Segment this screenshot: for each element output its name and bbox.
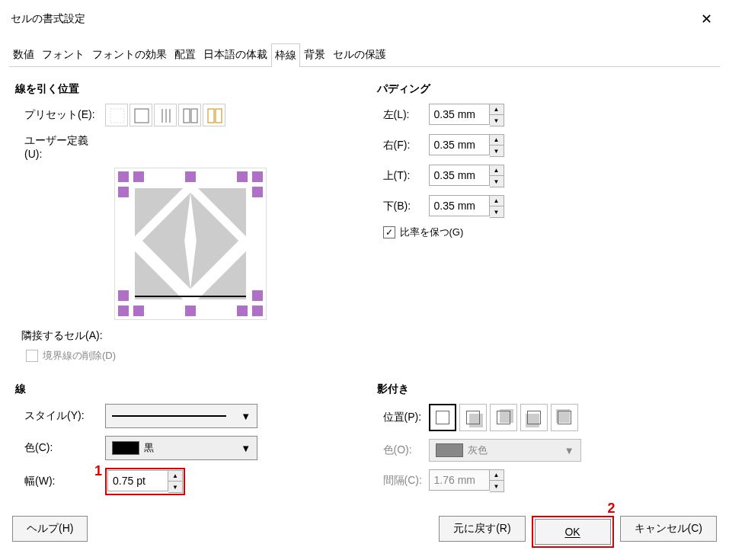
tab-font-effects[interactable]: フォントの効果	[88, 43, 171, 66]
style-line-preview	[112, 415, 226, 417]
style-label: スタイル(Y):	[15, 409, 99, 423]
shadow-bl[interactable]	[520, 404, 548, 431]
pad-bottom-label: 下(B):	[377, 200, 423, 213]
spin-up-icon[interactable]: ▲	[490, 165, 504, 176]
line-position-head: 線を引く位置	[15, 82, 353, 96]
cancel-button[interactable]: キャンセル(C)	[620, 516, 717, 542]
spin-up-icon[interactable]: ▲	[490, 135, 504, 146]
spin-up-icon[interactable]: ▲	[168, 471, 182, 482]
padding-head: パディング	[377, 82, 715, 96]
adjacent-label: 隣接するセル(A):	[15, 329, 353, 343]
dialog-title: セルの書式設定	[11, 12, 85, 26]
svg-rect-1	[135, 109, 149, 123]
pad-top-spinner[interactable]: ▲▼	[429, 165, 504, 187]
reset-button[interactable]: 元に戻す(R)	[439, 516, 525, 542]
svg-rect-5	[184, 109, 190, 123]
spin-down-icon[interactable]: ▼	[490, 206, 504, 217]
width-label: 幅(W):	[15, 475, 99, 488]
chevron-down-icon: ▼	[241, 443, 251, 454]
shadow-dist-input	[429, 469, 490, 491]
spin-up-icon[interactable]: ▲	[490, 104, 504, 115]
color-label: 色(C):	[15, 441, 99, 455]
shadow-tl[interactable]	[551, 404, 578, 431]
ok-button[interactable]: OK	[535, 519, 611, 545]
pad-bottom-input[interactable]	[429, 195, 490, 216]
pad-left-label: 左(L):	[377, 108, 423, 122]
remove-border-label: 境界線の削除(D)	[43, 349, 116, 363]
tabs: 数値 フォント フォントの効果 配置 日本語の体裁 枠線 背景 セルの保護	[9, 43, 720, 67]
preset-diag[interactable]	[203, 104, 225, 126]
shadow-dist-spinner: ▲▼	[429, 469, 504, 492]
pad-right-label: 右(F):	[377, 139, 423, 152]
width-input[interactable]	[107, 470, 168, 491]
pad-bottom-spinner[interactable]: ▲▼	[429, 195, 504, 218]
tab-number[interactable]: 数値	[9, 43, 38, 66]
keep-ratio-label: 比率を保つ(G)	[400, 226, 464, 239]
pad-top-label: 上(T):	[377, 169, 423, 183]
tab-borders[interactable]: 枠線	[271, 43, 300, 67]
tab-background[interactable]: 背景	[300, 43, 329, 66]
tab-protection[interactable]: セルの保護	[329, 43, 390, 66]
spin-down-icon[interactable]: ▼	[168, 482, 182, 492]
shadow-dist-label: 間隔(C):	[377, 474, 423, 488]
spin-down-icon[interactable]: ▼	[490, 146, 504, 156]
width-spinner[interactable]: ▲▼	[107, 470, 183, 493]
tab-alignment[interactable]: 配置	[171, 43, 200, 66]
line-head: 線	[15, 382, 353, 396]
spin-up-icon: ▲	[490, 470, 504, 481]
color-value: 黒	[144, 441, 154, 455]
tab-japanese[interactable]: 日本語の体裁	[200, 43, 271, 66]
shadow-tr[interactable]	[490, 404, 517, 431]
preset-box[interactable]	[129, 104, 152, 126]
pad-left-spinner[interactable]: ▲▼	[429, 104, 504, 126]
shadow-color-swatch	[436, 443, 463, 457]
spin-up-icon[interactable]: ▲	[490, 196, 504, 206]
remove-border-check: 境界線の削除(D)	[15, 349, 353, 363]
shadow-pos-label: 位置(P):	[377, 411, 423, 424]
spin-down-icon: ▼	[490, 481, 504, 491]
help-button[interactable]: ヘルプ(H)	[12, 516, 88, 542]
annotation-1: 1	[94, 463, 102, 479]
pad-right-input[interactable]	[429, 134, 490, 155]
pad-left-input[interactable]	[429, 104, 490, 125]
shadow-none[interactable]	[429, 404, 456, 431]
color-dropdown[interactable]: 黒 ▼	[105, 436, 257, 460]
shadow-head: 影付き	[377, 382, 715, 396]
shadow-color-dropdown: 灰色 ▼	[429, 439, 581, 462]
userdef-label: ユーザー定義(U):	[15, 134, 99, 160]
shadow-color-label: 色(O):	[377, 443, 423, 457]
checkbox-icon: ✓	[383, 226, 395, 238]
tab-font[interactable]: フォント	[38, 43, 88, 66]
shadow-br[interactable]	[459, 404, 487, 431]
userdef-preview[interactable]	[114, 168, 267, 320]
style-dropdown[interactable]: ▼	[105, 404, 257, 428]
preset-label: プリセット(E):	[15, 108, 99, 122]
svg-rect-7	[208, 109, 214, 123]
chevron-down-icon: ▼	[241, 411, 251, 422]
chevron-down-icon: ▼	[564, 445, 574, 456]
preset-innerv[interactable]	[154, 104, 177, 126]
color-swatch	[112, 441, 139, 455]
keep-ratio-check[interactable]: ✓ 比率を保つ(G)	[377, 226, 715, 239]
svg-rect-6	[191, 109, 197, 123]
pad-top-input[interactable]	[429, 165, 490, 186]
svg-rect-0	[110, 109, 124, 123]
preset-none[interactable]	[105, 104, 128, 126]
annotation-2: 2	[608, 501, 615, 517]
shadow-color-value: 灰色	[468, 443, 488, 457]
close-icon[interactable]: ✕	[695, 8, 718, 30]
preset-outer[interactable]	[178, 104, 201, 126]
pad-right-spinner[interactable]: ▲▼	[429, 134, 504, 157]
spin-down-icon[interactable]: ▼	[490, 176, 504, 187]
svg-rect-8	[216, 109, 222, 123]
spin-down-icon[interactable]: ▼	[490, 115, 504, 126]
